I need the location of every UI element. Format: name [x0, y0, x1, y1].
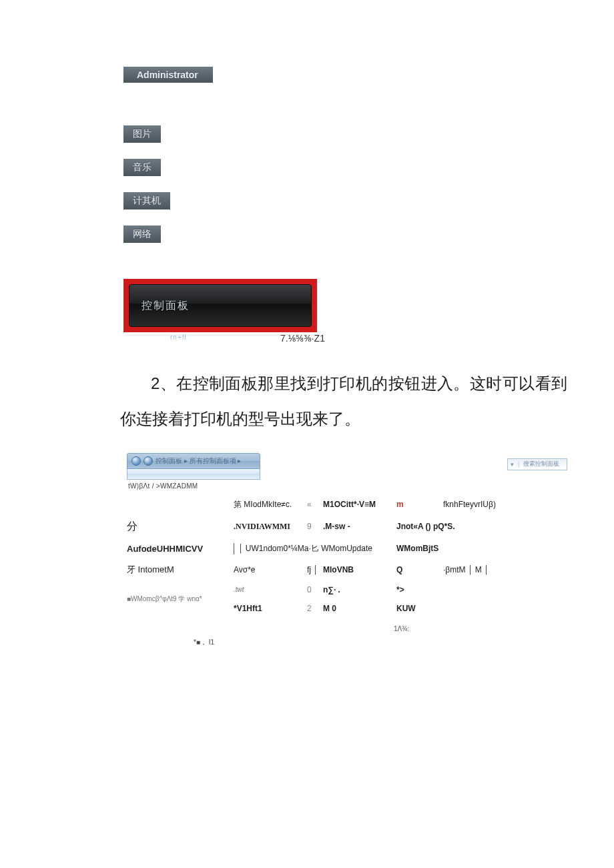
control-panel-window-figure: 控制面板 ▸ 所有控制面板项 ▸ ▾ | 搜索控制面板 tW)βΛt / >WM…	[127, 453, 567, 647]
cell[interactable]: m	[396, 500, 443, 509]
cell[interactable]: │ UW1ndom0*¼Ma·匕 WMomUpdate	[234, 543, 396, 554]
menu-item-network[interactable]: 网络	[123, 226, 161, 243]
start-menu-figure: Administrator 图片 音乐 计其机 网络 控制面板 rn+fl	[123, 67, 324, 341]
menu-item-pictures[interactable]: 图片	[123, 125, 161, 143]
cell[interactable]: WMomBjtS	[396, 544, 523, 553]
control-panel-label: 控制面板	[141, 299, 190, 313]
window-titlebar: 控制面板 ▸ 所有控制面板项 ▸	[127, 453, 260, 469]
figure-caption-1: 7.⅛⅝⅜·Z1	[280, 333, 574, 344]
cell[interactable]: 第 MIodMkIte≠c.	[234, 499, 307, 510]
side-heading-wmom[interactable]: ■WMomcβ^φΛt9 学 wnα*	[127, 594, 234, 604]
cell[interactable]: .NVIDIAWMMI	[234, 522, 307, 532]
cell[interactable]: KUW	[396, 604, 523, 613]
cell: 9	[307, 522, 323, 531]
cell: fj │	[307, 565, 323, 574]
grid-footer-2: *■， I1	[194, 638, 567, 647]
cell[interactable]: Avσ*e	[234, 565, 307, 574]
cell[interactable]: Jnot«A () pQ*S.	[396, 522, 523, 531]
window-titlebar-area: 控制面板 ▸ 所有控制面板项 ▸ ▾ | 搜索控制面板	[127, 453, 567, 480]
nav-forward-icon[interactable]	[143, 456, 153, 466]
search-placeholder: 搜索控制面板	[523, 460, 559, 468]
cell[interactable]: M 0	[323, 604, 396, 613]
search-input[interactable]: ▾ | 搜索控制面板	[507, 458, 567, 470]
control-panel-grid: 第 MIodMkIte≠c. « M1OCitt*·V≡M m fknhFtey…	[127, 499, 567, 613]
instruction-paragraph: 2、在控制面板那里找到打印机的按钮进入。这时可以看到你连接着打印机的型号出现来了…	[120, 366, 567, 437]
cell: 0	[307, 585, 323, 594]
cell[interactable]: Q	[396, 565, 443, 574]
step-number: 2、	[151, 374, 176, 392]
grid-footer-1: 1Λ¾:	[394, 625, 567, 632]
cell[interactable]: n∑· .	[323, 585, 396, 594]
side-heading-fen[interactable]: 分	[127, 520, 234, 534]
cell[interactable]: *V1Hft1	[234, 604, 307, 613]
control-panel-button[interactable]: 控制面板	[129, 284, 312, 327]
cell: 2	[307, 604, 323, 613]
toolbar-caption: tW)βΛt / >WMZADMM	[128, 482, 567, 490]
menu-item-music[interactable]: 音乐	[123, 159, 161, 176]
cell[interactable]: .twt	[234, 586, 307, 593]
cell: «	[307, 500, 323, 509]
control-panel-subcaption: rn+fl	[170, 334, 324, 341]
side-heading-autodesk[interactable]: AufodeUHHMICVV	[127, 544, 234, 554]
breadcrumb[interactable]: 控制面板 ▸ 所有控制面板项 ▸	[156, 456, 241, 466]
cell[interactable]: *>	[396, 585, 523, 594]
control-panel-highlight: 控制面板	[123, 279, 317, 332]
breadcrumb-bar	[127, 469, 260, 480]
menu-item-computer[interactable]: 计其机	[123, 192, 170, 209]
search-split-icon: ▾	[511, 461, 514, 468]
cell[interactable]: M1OCitt*·V≡M	[323, 500, 396, 509]
cell[interactable]: ·βmtM │ M │	[443, 565, 523, 574]
nav-back-icon[interactable]	[131, 456, 141, 466]
admin-label: Administrator	[123, 67, 213, 83]
cell[interactable]: MIoVNB	[323, 565, 396, 574]
side-heading-internet[interactable]: 牙 IntometM	[127, 564, 234, 576]
cell[interactable]: .M-sw -	[323, 522, 396, 531]
cell[interactable]: fknhFteyvrIUβ)	[443, 500, 523, 509]
step-text: 在控制面板那里找到打印机的按钮进入。这时可以看到你连接着打印机的型号出现来了。	[120, 374, 567, 428]
